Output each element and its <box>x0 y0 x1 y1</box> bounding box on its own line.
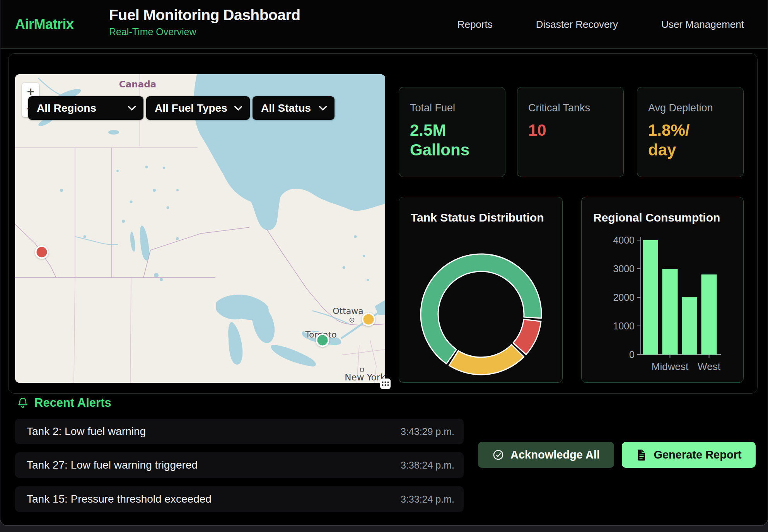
stat-card-critical-tanks: Critical Tanks 10 <box>517 87 624 177</box>
basemap: Canada Ottawa Toronto New York <box>15 74 385 383</box>
alert-text: Tank 27: Low fuel warning triggered <box>27 459 198 471</box>
region-filter-value: All Regions <box>37 102 96 114</box>
chevron-down-icon <box>234 106 242 111</box>
stat-label: Critical Tanks <box>528 102 613 114</box>
chart-title: Tank Status Distribution <box>411 211 544 224</box>
bar-chart: 01000200030004000MidwestWest <box>582 197 744 383</box>
nav-user-management[interactable]: User Management <box>661 18 744 30</box>
alert-row[interactable]: Tank 2: Low fuel warning 3:43:29 p.m. <box>15 419 464 444</box>
acknowledge-all-button[interactable]: Acknowledge All <box>478 442 614 468</box>
map-marker-critical[interactable] <box>35 245 48 259</box>
y-tick-label: 1000 <box>613 321 635 331</box>
bar-region-3[interactable] <box>682 297 697 355</box>
acknowledge-all-label: Acknowledge All <box>510 448 600 461</box>
nav-reports[interactable]: Reports <box>457 18 493 30</box>
check-circle-icon <box>492 449 504 461</box>
city-label-new-york: New York <box>345 372 385 382</box>
main-nav: Reports Disaster Recovery User Managemen… <box>457 18 744 30</box>
country-label: Canada <box>119 79 156 89</box>
stat-value: 1.8%/ day <box>648 120 732 160</box>
app-window: AirMatrix Fuel Monitoring Dashboard Real… <box>0 0 768 526</box>
generate-report-button[interactable]: Generate Report <box>622 442 756 468</box>
title-block: Fuel Monitoring Dashboard Real-Time Over… <box>109 7 300 38</box>
alert-time: 3:33:24 p.m. <box>401 494 454 505</box>
alerts-title: Recent Alerts <box>34 396 111 410</box>
resize-grip-handle[interactable] <box>380 379 391 389</box>
alert-time: 3:43:29 p.m. <box>401 426 454 437</box>
stat-value: 10 <box>528 120 613 140</box>
fuel-type-filter-value: All Fuel Types <box>155 102 227 114</box>
bar-region-1[interactable] <box>643 240 658 355</box>
fuel-type-filter-select[interactable]: All Fuel Types <box>146 96 250 120</box>
y-tick-label: 2000 <box>613 292 635 303</box>
y-tick-label: 4000 <box>613 235 635 246</box>
tank-status-chart-card: Tank Status Distribution <box>399 197 563 383</box>
stat-card-avg-depletion: Avg Depletion 1.8%/ day <box>637 87 744 177</box>
stat-value-line: Gallons <box>410 140 494 160</box>
stat-value-line: 10 <box>528 120 613 140</box>
chevron-down-icon <box>319 106 327 111</box>
page-title: Fuel Monitoring Dashboard <box>109 7 300 24</box>
stat-value-line: 2.5M <box>410 120 494 140</box>
y-tick-label: 3000 <box>613 263 635 274</box>
alert-text: Tank 15: Pressure threshold exceeded <box>27 493 212 505</box>
bar-Midwest[interactable] <box>662 269 678 355</box>
stat-value-line: 1.8%/ <box>648 120 732 140</box>
map-marker-normal[interactable] <box>316 333 329 347</box>
bar-West[interactable] <box>701 275 717 355</box>
nav-disaster-recovery[interactable]: Disaster Recovery <box>536 18 618 30</box>
bell-icon <box>17 397 29 409</box>
grip-dots-icon <box>381 381 389 387</box>
alert-row[interactable]: Tank 27: Low fuel warning triggered 3:38… <box>15 452 464 478</box>
x-tick-label: West <box>698 361 721 372</box>
donut-chart <box>415 249 547 380</box>
donut-segment-critical[interactable] <box>513 319 541 355</box>
alerts-header: Recent Alerts <box>17 396 111 410</box>
status-filter-select[interactable]: All Status <box>253 96 335 120</box>
header: AirMatrix Fuel Monitoring Dashboard Real… <box>0 0 768 49</box>
stat-label: Avg Depletion <box>648 102 732 114</box>
chevron-down-icon <box>128 106 136 111</box>
y-tick-label: 0 <box>629 349 635 360</box>
alert-row[interactable]: Tank 15: Pressure threshold exceeded 3:3… <box>15 486 464 512</box>
regional-consumption-chart-card: Regional Consumption 01000200030004000Mi… <box>581 197 744 383</box>
city-label-ottawa: Ottawa <box>333 306 364 316</box>
map[interactable]: Canada Ottawa Toronto New York + − All R… <box>15 74 385 383</box>
page-subtitle: Real-Time Overview <box>109 26 300 38</box>
donut-segment-warning[interactable] <box>449 344 524 375</box>
map-marker-warning[interactable] <box>362 312 375 326</box>
stat-value: 2.5M Gallons <box>410 120 494 160</box>
stat-value-line: day <box>648 140 732 160</box>
status-filter-value: All Status <box>261 102 311 114</box>
generate-report-label: Generate Report <box>654 448 741 461</box>
x-tick-label: Midwest <box>652 361 689 372</box>
alert-text: Tank 2: Low fuel warning <box>27 425 146 438</box>
map-filters: All Regions All Fuel Types All Status <box>28 96 335 120</box>
brand-logo[interactable]: AirMatrix <box>15 16 74 32</box>
document-icon <box>636 449 647 461</box>
stat-card-total-fuel: Total Fuel 2.5M Gallons <box>399 87 505 177</box>
stat-label: Total Fuel <box>410 102 494 114</box>
region-filter-select[interactable]: All Regions <box>28 96 143 120</box>
alert-time: 3:38:24 p.m. <box>401 460 454 471</box>
